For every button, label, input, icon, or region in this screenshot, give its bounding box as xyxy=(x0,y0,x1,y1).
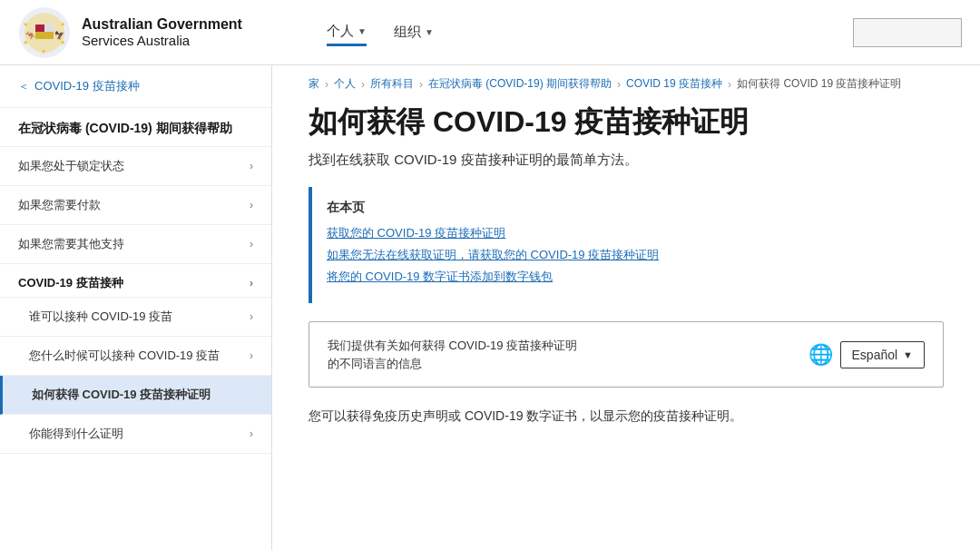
sidebar: ＜ COVID-19 疫苗接种 在冠状病毒 (COVID-19) 期间获得帮助 … xyxy=(0,65,272,550)
breadcrumb-personal[interactable]: 个人 xyxy=(334,76,356,92)
header: ★ ★ ★ ★ ★ 🦘 🦅 Australian Government Serv… xyxy=(0,0,980,65)
sidebar-item-support[interactable]: 如果您需要其他支持 › xyxy=(0,225,271,264)
nav-item-organization[interactable]: 组织 ▼ xyxy=(394,20,434,44)
in-page-link-1[interactable]: 获取您的 COVID-19 疫苗接种证明 xyxy=(327,225,929,241)
chevron-right-icon: › xyxy=(250,199,253,211)
sidebar-item-how-to-get[interactable]: 如何获得 COVID-19 疫苗接种证明 xyxy=(0,376,271,415)
svg-rect-4 xyxy=(44,25,54,32)
svg-text:★: ★ xyxy=(60,21,65,27)
svg-text:★: ★ xyxy=(23,21,28,27)
breadcrumb-home[interactable]: 家 xyxy=(309,76,319,92)
lang-dropdown[interactable]: Español ▼ xyxy=(840,341,925,368)
chevron-down-icon: ▼ xyxy=(903,349,913,360)
svg-text:★: ★ xyxy=(60,39,65,45)
sidebar-covid-section[interactable]: COVID-19 疫苗接种 › xyxy=(0,264,271,298)
chevron-right-icon: › xyxy=(250,160,253,172)
in-page-box: 在本页 获取您的 COVID-19 疫苗接种证明 如果您无法在线获取证明，请获取… xyxy=(309,187,944,303)
sidebar-item-payment[interactable]: 如果您需要付款 › xyxy=(0,186,271,225)
page-title: 如何获得 COVID-19 疫苗接种证明 xyxy=(309,104,944,139)
chevron-right-icon: › xyxy=(250,349,253,362)
globe-icon: 🌐 xyxy=(808,343,833,367)
page-layout: ＜ COVID-19 疫苗接种 在冠状病毒 (COVID-19) 期间获得帮助 … xyxy=(0,65,980,550)
in-page-heading: 在本页 xyxy=(327,200,929,216)
services-name: Services Australia xyxy=(82,33,242,48)
chevron-right-icon: › xyxy=(250,427,253,440)
svg-text:🦅: 🦅 xyxy=(54,30,65,41)
svg-rect-3 xyxy=(35,25,44,32)
gov-name: Australian Government xyxy=(82,16,242,33)
search-input[interactable] xyxy=(853,18,962,47)
main-content: 家 › 个人 › 所有科目 › 在冠状病毒 (COVID-19) 期间获得帮助 … xyxy=(272,65,980,550)
chevron-left-icon: ＜ xyxy=(18,79,29,94)
svg-rect-5 xyxy=(35,32,54,39)
breadcrumb: 家 › 个人 › 所有科目 › 在冠状病毒 (COVID-19) 期间获得帮助 … xyxy=(309,65,944,104)
breadcrumb-current: 如何获得 COVID 19 疫苗接种证明 xyxy=(737,76,901,92)
lang-selector[interactable]: 🌐 Español ▼ xyxy=(808,341,925,368)
lang-box-text: 我们提供有关如何获得 COVID-19 疫苗接种证明的不同语言的信息 xyxy=(328,337,582,372)
sidebar-item-who-can[interactable]: 谁可以接种 COVID-19 疫苗 › xyxy=(0,298,271,337)
svg-text:🦘: 🦘 xyxy=(25,30,36,41)
svg-text:★: ★ xyxy=(41,48,46,54)
language-selector-box: 我们提供有关如何获得 COVID-19 疫苗接种证明的不同语言的信息 🌐 Esp… xyxy=(309,321,944,388)
logo-text: Australian Government Services Australia xyxy=(82,16,242,48)
sidebar-section-header: 在冠状病毒 (COVID-19) 期间获得帮助 xyxy=(0,108,271,147)
main-nav: 个人 ▼ 组织 ▼ xyxy=(309,19,853,46)
sidebar-item-when[interactable]: 您什么时候可以接种 COVID-19 疫苗 › xyxy=(0,337,271,376)
svg-text:★: ★ xyxy=(23,39,28,45)
sidebar-item-lockdown[interactable]: 如果您处于锁定状态 › xyxy=(0,147,271,186)
coat-of-arms-icon: ★ ★ ★ ★ ★ 🦘 🦅 xyxy=(18,6,71,59)
sidebar-back-link[interactable]: ＜ COVID-19 疫苗接种 xyxy=(0,65,271,108)
breadcrumb-covid-help[interactable]: 在冠状病毒 (COVID-19) 期间获得帮助 xyxy=(428,76,612,92)
in-page-link-2[interactable]: 如果您无法在线获取证明，请获取您的 COVID-19 疫苗接种证明 xyxy=(327,247,929,263)
nav-item-personal[interactable]: 个人 ▼ xyxy=(327,19,367,46)
chevron-down-icon: ▼ xyxy=(358,26,367,36)
chevron-right-icon: › xyxy=(250,310,253,323)
logo-area: ★ ★ ★ ★ ★ 🦘 🦅 Australian Government Serv… xyxy=(18,6,309,59)
chevron-right-icon: › xyxy=(250,238,253,250)
sidebar-item-what-proof[interactable]: 你能得到什么证明 › xyxy=(0,415,271,454)
bottom-text: 您可以获得免疫历史声明或 COVID-19 数字证书，以显示您的疫苗接种证明。 xyxy=(309,406,944,426)
page-subtitle: 找到在线获取 COVID-19 疫苗接种证明的最简单方法。 xyxy=(309,152,944,169)
chevron-down-icon: ▼ xyxy=(425,27,434,37)
in-page-link-3[interactable]: 将您的 COVID-19 数字证书添加到数字钱包 xyxy=(327,269,929,285)
chevron-right-icon: › xyxy=(250,277,253,290)
breadcrumb-all-subjects[interactable]: 所有科目 xyxy=(370,76,414,92)
lang-dropdown-label: Español xyxy=(852,348,898,362)
breadcrumb-covid-vaccine[interactable]: COVID 19 疫苗接种 xyxy=(626,76,722,92)
